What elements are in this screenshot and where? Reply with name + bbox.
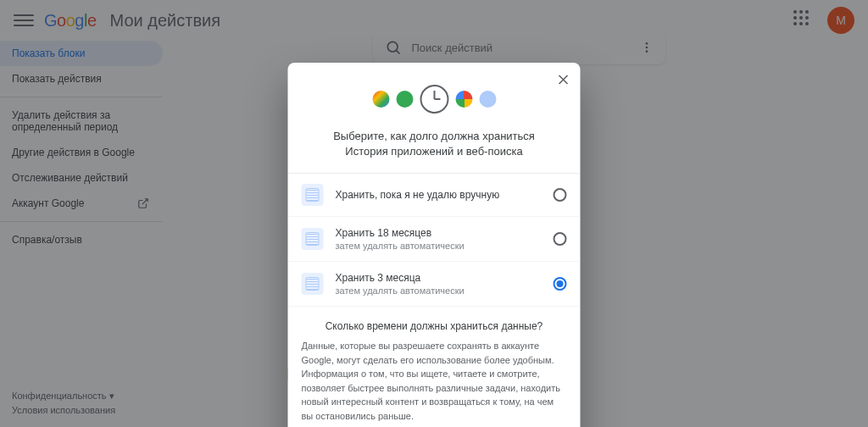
calendar-icon (302, 273, 324, 295)
body-title: Сколько времени должны храниться данные? (302, 320, 567, 332)
close-icon[interactable] (555, 71, 572, 88)
clock-icon (420, 85, 448, 114)
assistant-icon (372, 91, 389, 108)
option-text: Хранить 18 месяцев затем удалять автомат… (336, 227, 542, 251)
option-text: Хранить 3 месяца затем удалять автоматич… (336, 272, 542, 296)
maps-pin-icon (396, 91, 413, 108)
radio[interactable] (554, 232, 567, 246)
option-keep-3m[interactable]: Хранить 3 месяца затем удалять автоматич… (288, 262, 581, 307)
briefcase-icon (479, 91, 496, 108)
google-g-icon (455, 91, 472, 108)
dialog-body: Сколько времени должны храниться данные?… (288, 307, 581, 427)
option-keep-18m[interactable]: Хранить 18 месяцев затем удалять автомат… (288, 217, 581, 262)
calendar-icon (302, 228, 324, 250)
radio[interactable] (554, 277, 567, 291)
calendar-icon (302, 184, 324, 206)
option-keep-manual[interactable]: Хранить, пока я не удалю вручную (288, 174, 581, 217)
option-text: Хранить, пока я не удалю вручную (336, 189, 542, 201)
retention-dialog: Выберите, как долго должна храниться Ист… (288, 63, 581, 427)
body-text: Данные, которые вы разрешаете сохранять … (302, 339, 567, 423)
dialog-header: Выберите, как долго должна храниться Ист… (288, 63, 581, 174)
dialog-icons (305, 85, 564, 114)
dialog-title: Выберите, как долго должна храниться Ист… (305, 129, 564, 159)
radio[interactable] (554, 188, 567, 202)
